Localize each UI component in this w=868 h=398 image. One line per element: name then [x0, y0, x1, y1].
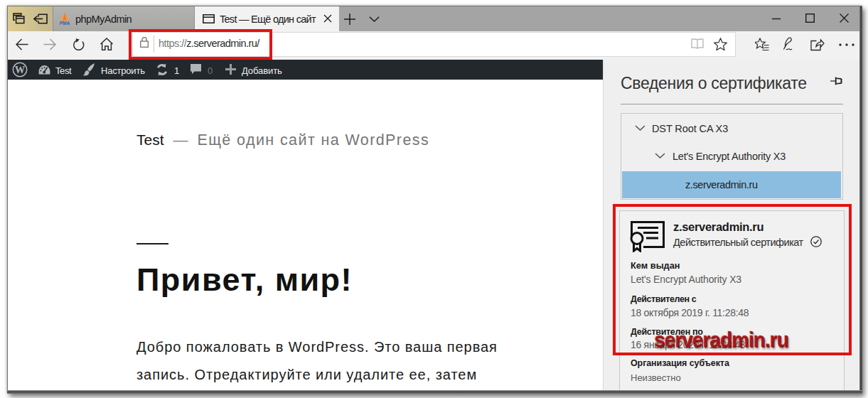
- svg-text:PMA: PMA: [60, 21, 70, 26]
- svg-text:W: W: [15, 64, 26, 75]
